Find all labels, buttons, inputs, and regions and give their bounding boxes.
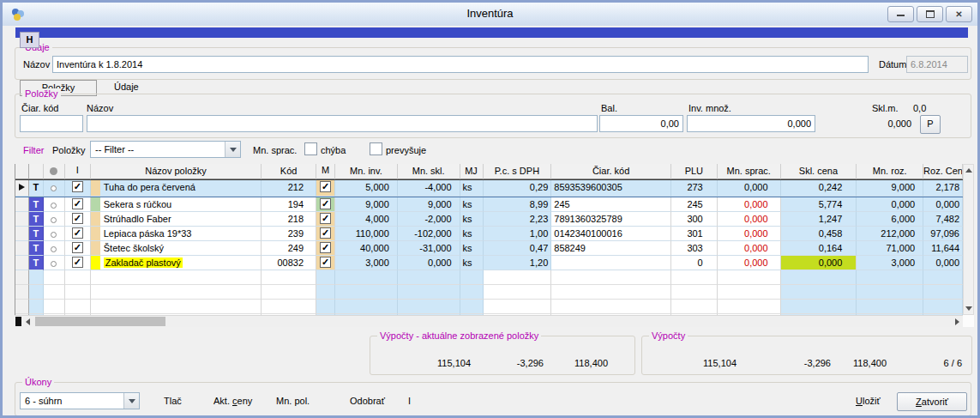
mn-pol-button[interactable]: Mn. pol. bbox=[276, 396, 310, 406]
cell-nazov[interactable]: Štetec školský bbox=[91, 241, 262, 256]
cell-nazov[interactable]: Sekera s rúčkou bbox=[91, 197, 262, 212]
ciar-kod-input[interactable] bbox=[20, 115, 83, 132]
row-marker-cell[interactable] bbox=[15, 227, 29, 241]
cell-ciar-kod[interactable]: 0142340100016 bbox=[551, 227, 671, 241]
cell-plu[interactable]: 0 bbox=[671, 256, 718, 270]
cell-mn-skl[interactable]: -4,000 bbox=[398, 180, 460, 197]
col-header-type[interactable] bbox=[29, 164, 44, 179]
row-marker-cell[interactable] bbox=[15, 180, 29, 197]
col-header-roz-cen[interactable]: Roz. Cen bbox=[923, 164, 963, 179]
horizontal-scrollbar[interactable] bbox=[15, 315, 963, 327]
cell-plu[interactable]: 245 bbox=[671, 197, 718, 212]
balloon-cell[interactable] bbox=[44, 180, 65, 197]
cell-skl-cena[interactable]: 0,242 bbox=[781, 180, 857, 197]
table-row[interactable]: T ✓ Štetec školský 249 ✓ 40,000 -31,000 … bbox=[15, 241, 963, 256]
polozky-nazov-input[interactable] bbox=[87, 115, 598, 132]
row-type-cell[interactable]: T bbox=[29, 227, 44, 241]
col-header-ciar-kod[interactable]: Čiar. kód bbox=[551, 164, 671, 179]
cell-kod[interactable]: 194 bbox=[262, 197, 316, 212]
row-marker-cell[interactable] bbox=[15, 256, 29, 270]
item-check-cell[interactable]: ✓ bbox=[65, 256, 91, 270]
prevysuje-checkbox[interactable] bbox=[370, 142, 382, 155]
chyba-checkbox[interactable] bbox=[304, 142, 317, 155]
ulozit-button[interactable]: Uložiť bbox=[856, 396, 881, 406]
checkbox-checked-icon[interactable]: ✓ bbox=[72, 257, 83, 268]
cell-pc-s-dph[interactable]: 0,47 bbox=[484, 241, 552, 256]
cell-mn-sprac[interactable]: 0,000 bbox=[718, 227, 781, 241]
col-header-kod[interactable]: Kód bbox=[262, 164, 316, 179]
cell-mj[interactable]: ks bbox=[460, 197, 484, 212]
cell-mn-skl[interactable]: 0,000 bbox=[398, 256, 460, 270]
cell-mn-sprac[interactable]: 0,000 bbox=[718, 212, 781, 227]
cell-mn-roz[interactable]: 6,000 bbox=[857, 212, 923, 227]
cell-plu[interactable]: 301 bbox=[671, 227, 718, 241]
cell-ciar-kod[interactable]: 858249 bbox=[551, 241, 671, 256]
vertical-scrollbar[interactable] bbox=[963, 164, 974, 315]
row-marker-cell[interactable] bbox=[15, 212, 29, 227]
cell-mn-roz[interactable]: 0,000 bbox=[857, 197, 923, 212]
odobrat-button[interactable]: Odobrať bbox=[350, 396, 385, 406]
bal-input[interactable] bbox=[599, 115, 683, 132]
cell-mn-inv[interactable]: 40,000 bbox=[335, 241, 398, 256]
i-button[interactable]: I bbox=[408, 396, 411, 406]
col-header-balloon[interactable] bbox=[44, 164, 65, 179]
row-type-cell[interactable]: T bbox=[29, 256, 44, 270]
cell-roz-cen[interactable]: 0,000 bbox=[923, 256, 963, 270]
m-check-cell[interactable]: ✓ bbox=[316, 212, 335, 227]
cell-skl-cena[interactable]: 5,774 bbox=[781, 197, 857, 212]
cell-mn-inv[interactable]: 110,000 bbox=[335, 227, 398, 241]
cell-plu[interactable]: 300 bbox=[671, 212, 718, 227]
cell-mn-sprac[interactable]: 0,000 bbox=[718, 197, 781, 212]
filter-dropdown-button[interactable] bbox=[225, 142, 240, 157]
filter-dropdown[interactable]: -- Filter -- bbox=[90, 141, 241, 158]
col-header-mn-skl[interactable]: Mn. skl. bbox=[398, 164, 460, 179]
cell-roz-cen[interactable]: 11,644 bbox=[923, 241, 963, 256]
ukony-dropdown[interactable]: 6 - súhrn bbox=[20, 392, 140, 409]
cell-roz-cen[interactable]: 0,000 bbox=[923, 197, 963, 212]
tab-udaje[interactable]: Údaje bbox=[114, 82, 139, 92]
cell-mj[interactable]: ks bbox=[460, 256, 484, 270]
cell-roz-cen[interactable]: 97,096 bbox=[923, 227, 963, 241]
col-header-i[interactable]: I bbox=[65, 164, 91, 179]
maximize-button[interactable] bbox=[917, 6, 943, 22]
checkbox-checked-icon[interactable]: ✓ bbox=[320, 242, 331, 253]
cell-pc-s-dph[interactable]: 8,99 bbox=[484, 197, 552, 212]
cell-mn-inv[interactable]: 4,000 bbox=[335, 212, 398, 227]
cell-mn-skl[interactable]: 9,000 bbox=[398, 197, 460, 212]
col-header-nazov[interactable]: Názov položky bbox=[91, 164, 262, 179]
cell-plu[interactable]: 273 bbox=[671, 180, 718, 197]
inv-mnoz-input[interactable] bbox=[687, 115, 815, 132]
cell-skl-cena[interactable]: 0,458 bbox=[781, 227, 857, 241]
cell-kod[interactable]: 218 bbox=[262, 212, 316, 227]
cell-mn-sprac[interactable]: 0,000 bbox=[718, 256, 781, 270]
cell-mj[interactable]: ks bbox=[460, 241, 484, 256]
cell-pc-s-dph[interactable]: 1,20 bbox=[484, 256, 552, 270]
close-button[interactable]: ✕ bbox=[946, 6, 972, 22]
zatvorit-button[interactable]: Zatvoriť bbox=[897, 392, 967, 411]
cell-mn-skl[interactable]: -31,000 bbox=[398, 241, 460, 256]
col-header-mn-roz[interactable]: Mn. roz. bbox=[857, 164, 923, 179]
col-header-pc-s-dph[interactable]: P.c. s DPH bbox=[484, 164, 552, 179]
m-check-cell[interactable]: ✓ bbox=[316, 180, 335, 197]
cell-mn-sprac[interactable]: 0,000 bbox=[718, 241, 781, 256]
cell-ciar-kod[interactable]: 8593539600305 bbox=[551, 180, 671, 197]
cell-skl-cena[interactable]: 0,000 bbox=[781, 256, 857, 270]
col-header-mj[interactable]: MJ bbox=[460, 164, 484, 179]
minimize-button[interactable] bbox=[887, 6, 914, 22]
col-header-mn-sprac[interactable]: Mn. sprac. bbox=[718, 164, 781, 179]
cell-mn-inv[interactable]: 5,000 bbox=[335, 180, 398, 197]
cell-mn-sprac[interactable]: 0,000 bbox=[718, 180, 781, 197]
cell-roz-cen[interactable]: 2,178 bbox=[923, 180, 963, 197]
balloon-cell[interactable] bbox=[44, 197, 65, 212]
cell-mn-roz[interactable]: 9,000 bbox=[857, 180, 923, 197]
checkbox-checked-icon[interactable]: ✓ bbox=[72, 227, 83, 239]
table-row[interactable]: T ✓ Strúhadlo Faber 218 ✓ 4,000 -2,000 k… bbox=[15, 212, 963, 227]
checkbox-checked-icon[interactable]: ✓ bbox=[72, 242, 83, 253]
tab-h[interactable]: H bbox=[20, 32, 39, 48]
row-type-cell[interactable]: T bbox=[29, 241, 44, 256]
splitter-handle[interactable] bbox=[15, 317, 21, 326]
checkbox-checked-icon[interactable]: ✓ bbox=[320, 198, 331, 209]
item-check-cell[interactable]: ✓ bbox=[65, 212, 91, 227]
cell-kod[interactable]: 212 bbox=[262, 180, 316, 197]
row-marker-cell[interactable] bbox=[15, 197, 29, 212]
